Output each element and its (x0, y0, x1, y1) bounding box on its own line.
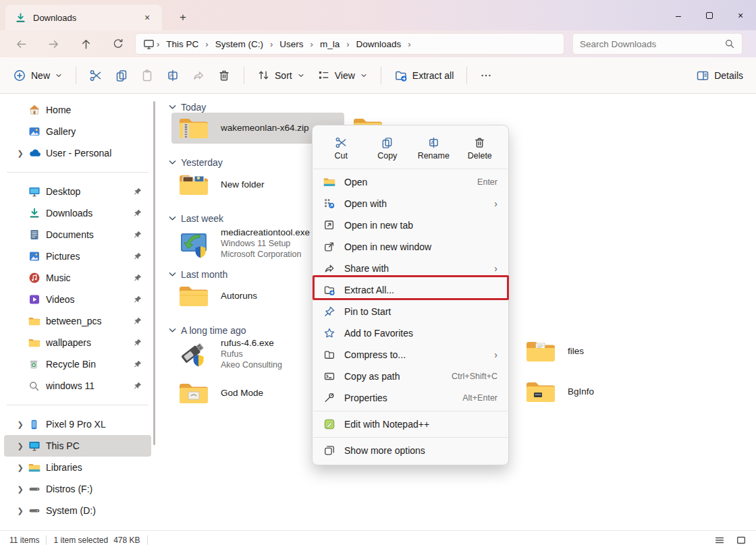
sidebar-item-downloads[interactable]: Downloads (4, 202, 151, 224)
sidebar-item-distros-f[interactable]: ❯ Distros (F:) (4, 478, 151, 500)
paste-button[interactable] (134, 64, 160, 87)
sidebar-item-onedrive-personal[interactable]: ❯ User - Personal (4, 142, 151, 164)
menu-item-open[interactable]: Open Enter (315, 171, 506, 193)
more-options-button[interactable] (474, 65, 498, 86)
breadcrumb-separator: › (309, 39, 315, 49)
cut-button[interactable] (83, 64, 109, 87)
back-button[interactable] (9, 33, 32, 55)
sidebar-item-this-pc[interactable]: ❯ This PC (4, 435, 151, 457)
context-copy-button[interactable]: Copy (364, 129, 411, 167)
up-button[interactable] (74, 33, 97, 55)
tab-close-icon[interactable]: × (139, 9, 155, 26)
copy-button[interactable] (109, 64, 134, 87)
open-in-new-window-icon (323, 241, 335, 253)
sidebar-item-videos[interactable]: Videos (4, 289, 151, 310)
breadcrumb-this-pc[interactable]: This PC (161, 37, 204, 51)
group-label: Last week (181, 213, 223, 224)
tab-downloads[interactable]: Downloads × (5, 5, 162, 30)
address-bar[interactable]: › This PC › System (C:) › Users › m_la ›… (135, 33, 564, 55)
videos-icon (28, 293, 40, 306)
downloads-icon (28, 207, 40, 219)
sort-button[interactable]: Sort (251, 64, 311, 86)
context-cut-button[interactable]: Cut (318, 129, 364, 167)
menu-item-edit-with-notepad-plus-plus[interactable]: Edit with Notepad++ (315, 413, 506, 435)
menu-item-open-in-new-tab[interactable]: Open in new tab (315, 214, 506, 236)
forward-button[interactable] (42, 33, 65, 55)
search-icon[interactable] (724, 38, 735, 49)
search-input[interactable] (580, 39, 724, 49)
sidebar-item-system-d[interactable]: ❯ System (D:) (4, 500, 151, 521)
sort-icon (257, 69, 270, 82)
sidebar-scrollbar[interactable] (153, 101, 155, 445)
menu-item-share-with[interactable]: Share with › (315, 258, 506, 279)
menu-item-properties[interactable]: Properties Alt+Enter (315, 387, 506, 409)
breadcrumb-downloads[interactable]: Downloads (351, 37, 407, 51)
collapse-chevron-icon (169, 105, 176, 110)
sidebar-item-home[interactable]: Home (4, 99, 151, 121)
file-name: BgInfo (568, 386, 594, 397)
sidebar-item-pictures[interactable]: Pictures (4, 245, 151, 267)
extract-all-icon (394, 69, 408, 82)
sidebar-item-music[interactable]: Music (4, 267, 151, 289)
breadcrumb-separator: › (269, 39, 274, 49)
sidebar-label: System (D:) (46, 505, 151, 516)
sidebar-item-documents[interactable]: Documents (4, 224, 151, 245)
menu-item-add-to-favorites[interactable]: Add to Favorites (315, 322, 506, 344)
expand-chevron-icon[interactable]: ❯ (12, 507, 28, 515)
close-button[interactable]: × (725, 0, 756, 30)
expand-chevron-icon[interactable]: ❯ (12, 420, 28, 429)
details-pane-button[interactable]: Details (690, 64, 749, 87)
minimize-button[interactable]: – (663, 0, 694, 30)
group-header-last-month[interactable]: Last month (169, 269, 227, 280)
folder-icon (28, 315, 40, 327)
rename-button[interactable]: A (160, 64, 186, 87)
context-rename-button[interactable]: A Rename (410, 129, 457, 167)
share-button[interactable] (186, 64, 211, 87)
expand-chevron-icon[interactable]: ❯ (12, 485, 28, 494)
extract-all-button[interactable]: Extract all (388, 64, 460, 87)
file-files-folder[interactable]: files (518, 336, 653, 367)
group-header-today[interactable]: Today (169, 102, 206, 113)
file-name: Autoruns (221, 291, 257, 301)
maximize-button[interactable] (694, 0, 725, 30)
menu-item-pin-to-start[interactable]: Pin to Start (315, 301, 506, 322)
breadcrumb-chevron: › (406, 39, 412, 49)
breadcrumb-system-c[interactable]: System (C:) (210, 37, 269, 51)
expand-chevron-icon[interactable]: ❯ (12, 442, 28, 451)
menu-item-extract-all[interactable]: Extract All... (315, 279, 506, 301)
sidebar-item-pixel-9-pro-xl[interactable]: ❯ Pixel 9 Pro XL (4, 413, 151, 435)
group-header-yesterday[interactable]: Yesterday (169, 157, 223, 168)
file-bginfo-folder[interactable]: BgInfo (518, 376, 653, 407)
details-label: Details (714, 70, 743, 81)
sidebar-item-between-pcs[interactable]: between_pcs (4, 310, 151, 332)
sidebar-item-libraries[interactable]: ❯ Libraries (4, 457, 151, 478)
sidebar-item-windows-11-search[interactable]: windows 11 (4, 375, 151, 397)
sidebar-item-wallpapers[interactable]: wallpapers (4, 332, 151, 353)
expand-chevron-icon[interactable]: ❯ (12, 463, 28, 472)
breadcrumb-user[interactable]: m_la (315, 37, 345, 51)
refresh-button[interactable] (107, 33, 130, 55)
pin-icon (134, 360, 142, 368)
menu-item-compress-to[interactable]: Compress to... › (315, 344, 506, 366)
search-box[interactable] (572, 33, 742, 55)
menu-item-open-with[interactable]: Open with › (315, 193, 506, 214)
menu-label: Open in new window (344, 241, 497, 252)
status-bar: 11 items 1 item selected 478 KB (0, 530, 756, 549)
breadcrumb-users[interactable]: Users (274, 37, 308, 51)
new-button[interactable]: New (7, 64, 69, 87)
expand-chevron-icon[interactable]: ❯ (12, 149, 28, 158)
view-button[interactable]: View (311, 64, 374, 86)
new-tab-button[interactable]: + (173, 8, 193, 27)
group-header-last-week[interactable]: Last week (169, 213, 223, 224)
context-delete-button[interactable]: Delete (457, 129, 504, 167)
thumbnail-view-toggle-icon[interactable] (736, 535, 747, 546)
delete-button[interactable] (211, 64, 237, 87)
details-view-toggle-icon[interactable] (714, 535, 725, 546)
menu-item-show-more-options[interactable]: Show more options (315, 440, 506, 461)
menu-item-copy-as-path[interactable]: Copy as path Ctrl+Shift+C (315, 366, 506, 387)
zip-folder-icon (178, 115, 209, 141)
sidebar-item-gallery[interactable]: Gallery (4, 121, 151, 142)
menu-item-open-in-new-window[interactable]: Open in new window (315, 236, 506, 258)
sidebar-item-desktop[interactable]: Desktop (4, 181, 151, 202)
sidebar-item-recycle-bin[interactable]: Recycle Bin (4, 353, 151, 375)
